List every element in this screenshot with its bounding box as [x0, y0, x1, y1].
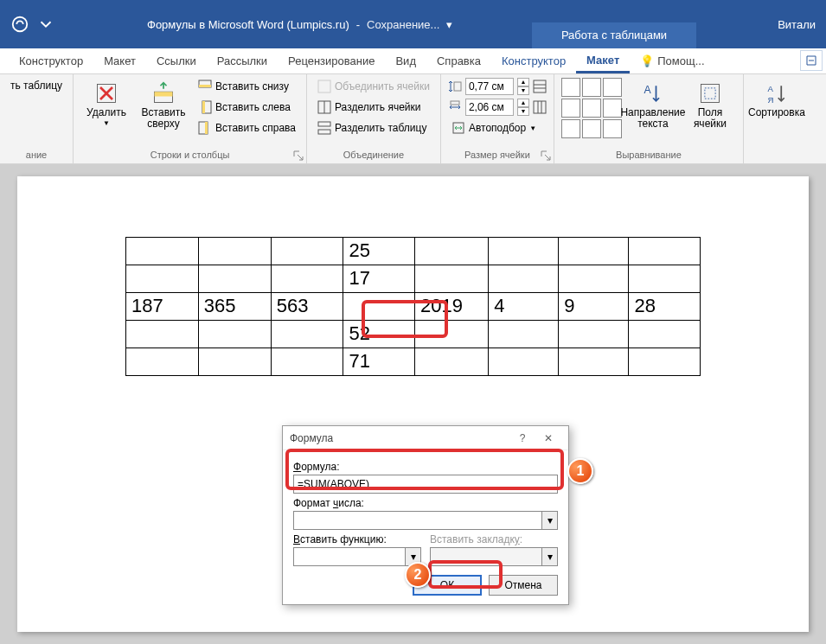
svg-rect-16 — [318, 130, 330, 134]
active-cell[interactable] — [343, 293, 415, 321]
svg-rect-28 — [705, 88, 715, 99]
cell-margins-button[interactable]: Поля ячейки — [684, 78, 736, 133]
formula-input[interactable] — [293, 475, 558, 494]
chevron-down-icon[interactable]: ▾ — [541, 512, 557, 529]
user-name[interactable]: Витали — [778, 18, 816, 31]
cell[interactable]: 17 — [343, 265, 415, 293]
group-merge: Объединить ячейки Разделить ячейки Разде… — [307, 74, 441, 163]
svg-text:A: A — [644, 84, 651, 96]
cancel-button[interactable]: Отмена — [489, 575, 558, 596]
sort-button[interactable]: АЯ Сортировка — [751, 78, 803, 122]
tab-review[interactable]: Рецензирование — [278, 48, 385, 73]
svg-rect-11 — [205, 122, 208, 134]
insert-right-button[interactable]: Вставить справа — [195, 119, 299, 137]
tab-mailings[interactable]: Рассылки — [207, 48, 278, 73]
svg-rect-9 — [202, 101, 205, 113]
step-badge-2: 2 — [405, 562, 431, 588]
autofit-button[interactable]: Автоподбор ▼ — [448, 119, 547, 137]
tab-layout-document[interactable]: Макет — [93, 48, 146, 73]
group-label: Размер ячейки — [448, 148, 547, 162]
dialog-launcher-icon[interactable] — [540, 150, 552, 162]
tab-help[interactable]: Справка — [426, 48, 491, 73]
insert-function-label: Вставить функцию: — [293, 533, 421, 545]
step-badge-1: 1 — [567, 458, 593, 484]
group-label: Выравнивание — [561, 148, 736, 162]
svg-rect-5 — [155, 92, 173, 96]
text-direction-button[interactable]: A Направление текста — [627, 78, 679, 133]
alignment-grid[interactable] — [561, 78, 622, 138]
cell[interactable]: 563 — [271, 293, 343, 321]
ribbon: ть таблицу ание Удалить▼ Вставить сверху… — [0, 74, 826, 164]
svg-rect-12 — [318, 80, 330, 92]
cell[interactable]: 9 — [559, 293, 629, 321]
insert-bookmark-label: Вставить закладку: — [430, 533, 558, 545]
doc-name: Формулы в Microsoft Word (Lumpics.ru) — [147, 18, 349, 31]
svg-rect-22 — [534, 101, 546, 113]
close-button[interactable]: ✕ — [535, 432, 561, 444]
cell[interactable]: 28 — [629, 293, 701, 321]
tab-table-layout[interactable]: Макет — [576, 48, 630, 73]
svg-rect-18 — [534, 80, 546, 92]
split-table-button[interactable]: Разделить таблицу — [314, 119, 433, 137]
svg-text:А: А — [767, 84, 773, 93]
tab-table-design[interactable]: Конструктор — [491, 48, 576, 73]
quick-access-toolbar — [0, 15, 55, 34]
data-table[interactable]: 25 17 187 365 563 2019 4 9 28 52 71 — [125, 237, 701, 376]
save-status: Сохранение... — [367, 18, 439, 31]
table-tools-context: Работа с таблицами — [532, 22, 696, 48]
merge-cells-button: Объединить ячейки — [314, 78, 433, 95]
group-alignment: A Направление текста Поля ячейки Выравни… — [554, 74, 744, 163]
group-label — [751, 148, 803, 162]
column-width-input[interactable]: ▲▼ — [448, 99, 547, 116]
distribute-columns-icon[interactable] — [533, 100, 547, 114]
svg-rect-17 — [454, 82, 461, 91]
number-format-combo[interactable] — [293, 511, 558, 530]
insert-above-button[interactable]: Вставить сверху — [138, 78, 189, 133]
svg-rect-15 — [318, 122, 330, 126]
svg-rect-7 — [199, 85, 211, 87]
help-button[interactable]: ? — [509, 432, 535, 444]
group-label: ание — [7, 148, 66, 162]
insert-below-button[interactable]: Вставить снизу — [195, 78, 299, 95]
tab-tell-me[interactable]: 💡Помощ... — [630, 48, 714, 73]
draw-table-button[interactable]: ть таблицу — [7, 78, 66, 93]
row-height-input[interactable]: ▲▼ — [448, 78, 547, 95]
cell[interactable]: 71 — [343, 348, 415, 376]
cell[interactable]: 365 — [198, 293, 271, 321]
group-table: ть таблицу ание — [0, 74, 74, 163]
distribute-rows-icon[interactable] — [533, 80, 547, 93]
svg-rect-27 — [701, 85, 719, 103]
chevron-down-icon[interactable] — [36, 15, 55, 34]
tab-view[interactable]: Вид — [385, 48, 426, 73]
document-title: Формулы в Microsoft Word (Lumpics.ru) - … — [147, 18, 452, 31]
cell[interactable]: 52 — [343, 321, 415, 348]
delete-button[interactable]: Удалить▼ — [80, 78, 132, 131]
chevron-down-icon[interactable]: ▾ — [541, 548, 557, 565]
dialog-launcher-icon[interactable] — [292, 150, 304, 162]
group-rows-columns: Удалить▼ Вставить сверху Вставить снизу … — [74, 74, 307, 163]
split-cells-button[interactable]: Разделить ячейки — [314, 99, 433, 116]
svg-point-0 — [13, 17, 28, 32]
group-label: Объединение — [314, 148, 433, 162]
group-label: Строки и столбцы — [80, 148, 299, 162]
group-cell-size: ▲▼ ▲▼ Автоподбор ▼ Размер ячейки — [441, 74, 554, 163]
cell[interactable]: 4 — [489, 293, 559, 321]
collapse-ribbon-button[interactable] — [800, 50, 823, 71]
dialog-title: Формула — [290, 432, 509, 444]
dialog-titlebar: Формула ? ✕ — [283, 426, 568, 450]
ribbon-tabs: Конструктор Макет Ссылки Рассылки Реценз… — [0, 48, 826, 74]
tab-references[interactable]: Ссылки — [146, 48, 207, 73]
number-format-label: Формат числа: — [293, 497, 558, 509]
tab-design-document[interactable]: Конструктор — [9, 48, 93, 73]
svg-rect-21 — [451, 101, 459, 105]
insert-function-combo[interactable] — [293, 547, 421, 566]
svg-text:Я: Я — [767, 95, 773, 105]
group-data: АЯ Сортировка — [744, 74, 810, 163]
insert-left-button[interactable]: Вставить слева — [195, 99, 299, 116]
titlebar: Формулы в Microsoft Word (Lumpics.ru) - … — [0, 0, 826, 48]
cell[interactable]: 187 — [126, 293, 199, 321]
insert-bookmark-combo[interactable] — [430, 547, 558, 566]
autosave-icon[interactable] — [10, 15, 29, 34]
cell[interactable]: 2019 — [414, 293, 488, 321]
cell[interactable]: 25 — [343, 238, 415, 265]
